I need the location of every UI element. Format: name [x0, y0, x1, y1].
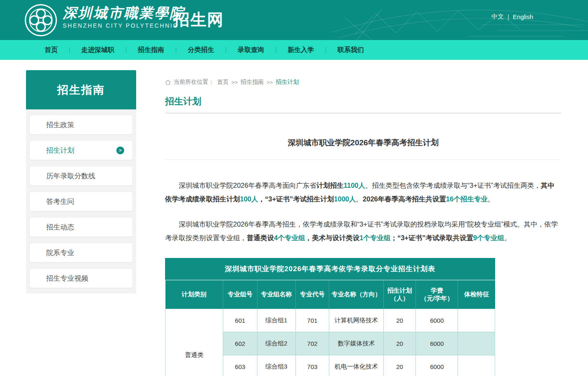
table-cell: 601 — [223, 309, 257, 332]
table-cell: 综合组3 — [257, 355, 295, 376]
table-cell: 603 — [223, 355, 257, 376]
sidebar: 招生指南 招生政策招生计划>历年录取分数线答考生问招生动态院系专业招生专业视频 — [26, 70, 136, 293]
nav-item-5[interactable]: 新生入学 — [276, 46, 326, 54]
sidebar-item-2[interactable]: 历年录取分数线 — [29, 166, 133, 186]
article-paragraph-0: 深圳城市职业学院2026年春季高考面向广东省计划招生1100人。招生类型包含依学… — [165, 179, 561, 206]
table-cell: 综合组1 — [257, 309, 295, 332]
table-cell: 602 — [223, 332, 257, 355]
nav-item-2[interactable]: 招生指南 — [126, 46, 176, 54]
sidebar-item-1[interactable]: 招生计划> — [29, 140, 133, 160]
table-cell: 6000 — [416, 355, 458, 376]
nav-item-4[interactable]: 录取查询 — [226, 46, 276, 54]
school-name-en: SHENZHEN CITY POLYTECHNIC — [63, 22, 185, 29]
column-header-4: 专业名称（方向） — [329, 280, 384, 309]
plan-table-title: 深圳城市职业学院2026年春季高考依学考录取分专业招生计划表 — [165, 258, 495, 280]
table-cell: 20 — [383, 332, 416, 355]
lang-separator: | — [508, 13, 509, 20]
table-cell: 20 — [383, 309, 416, 332]
table-cell: 数字媒体技术 — [329, 332, 384, 355]
column-header-7: 体检特征 — [458, 280, 495, 309]
breadcrumb-link-1[interactable]: 招生指南 — [241, 78, 264, 86]
column-header-2: 专业组名称 — [257, 280, 295, 309]
breadcrumb-separator: >> — [231, 79, 238, 85]
content: 招生指南 招生政策招生计划>历年录取分数线答考生问招生动态院系专业招生专业视频 … — [0, 60, 588, 376]
table-cell — [458, 355, 495, 376]
table-cell — [458, 309, 495, 332]
school-logo — [24, 3, 58, 37]
article-title: 深圳城市职业学院2026年春季高考招生计划 — [165, 114, 561, 160]
lang-zh-link[interactable]: 中文 — [491, 13, 504, 21]
breadcrumb-prefix: 当前所在位置： — [174, 78, 214, 86]
breadcrumb-link-0[interactable]: 首页 — [217, 78, 229, 86]
lang-en-link[interactable]: English — [513, 13, 533, 20]
column-header-0: 计划类别 — [165, 280, 223, 309]
chevron-right-icon: > — [116, 147, 124, 154]
sidebar-item-4[interactable]: 招生动态 — [29, 217, 133, 237]
home-icon — [165, 80, 171, 85]
nav-item-0[interactable]: 首页 — [33, 46, 69, 54]
article-body: 深圳城市职业学院2026年春季高考面向广东省计划招生1100人。招生类型包含依学… — [165, 179, 561, 245]
site-name: 招生网 — [173, 9, 224, 31]
column-header-5: 招生计划 （人） — [383, 280, 416, 309]
column-header-1: 专业组号 — [223, 280, 257, 309]
article-paragraph-1: 深圳城市职业学院2026年春季高考招生，依学考成绩录取和“3+证书”考试录取的投… — [165, 218, 561, 245]
table-cell: 20 — [383, 355, 416, 376]
column-header-3: 专业代号 — [295, 280, 329, 309]
table-cell: 6000 — [416, 332, 458, 355]
page-title: 招生计划 — [165, 96, 561, 107]
table-cell: 703 — [295, 355, 329, 376]
nav-item-3[interactable]: 分类招生 — [176, 46, 226, 54]
school-name-block: 深圳城市職業學院 SHENZHEN CITY POLYTECHNIC — [63, 5, 185, 29]
sidebar-item-5[interactable]: 院系专业 — [29, 243, 133, 262]
plan-table-header: 计划类别专业组号专业组名称专业代号专业名称（方向）招生计划 （人）学费 （元/学… — [165, 280, 495, 309]
sidebar-menu: 招生政策招生计划>历年录取分数线答考生问招生动态院系专业招生专业视频 — [26, 109, 136, 293]
main-nav: 首页走进深城职招生指南分类招生录取查询新生入学联系我们 — [0, 40, 588, 60]
sidebar-item-6[interactable]: 招生专业视频 — [29, 268, 133, 288]
breadcrumb-separator: >> — [267, 79, 273, 85]
table-cell — [458, 332, 495, 355]
table-cell: 702 — [295, 332, 329, 355]
category-cell: 普通类 — [165, 309, 223, 376]
table-cell: 计算机网络技术 — [329, 309, 384, 332]
breadcrumb-link-2[interactable]: 招生计划 — [276, 78, 299, 86]
table-cell: 6000 — [416, 309, 458, 332]
sidebar-item-0[interactable]: 招生政策 — [29, 115, 133, 135]
nav-item-1[interactable]: 走进深城职 — [70, 46, 126, 54]
table-cell: 701 — [295, 309, 329, 332]
table-cell: 机电一体化技术 — [329, 355, 384, 376]
breadcrumb: 当前所在位置： 首页>>招生指南>>招生计划 — [165, 78, 561, 86]
column-header-6: 学费 （元/学年） — [416, 280, 458, 309]
sidebar-title: 招生指南 — [26, 70, 136, 109]
school-name-zh: 深圳城市職業學院 — [63, 5, 185, 21]
language-switcher: 中文 | English — [491, 13, 533, 21]
building-line-art — [332, 0, 588, 40]
plan-table: 计划类别专业组号专业组名称专业代号专业名称（方向）招生计划 （人）学费 （元/学… — [165, 280, 495, 376]
table-cell: 综合组2 — [257, 332, 295, 355]
nav-list: 首页走进深城职招生指南分类招生录取查询新生入学联系我们 — [33, 46, 375, 54]
site-header: 深圳城市職業學院 SHENZHEN CITY POLYTECHNIC 招生网 中… — [0, 0, 588, 40]
main-column: 当前所在位置： 首页>>招生指南>>招生计划 招生计划 深圳城市职业学院2026… — [165, 70, 561, 376]
nav-item-6[interactable]: 联系我们 — [326, 46, 375, 54]
sidebar-item-3[interactable]: 答考生问 — [29, 192, 133, 211]
table-row-0: 普通类601综合组1701计算机网络技术206000 — [165, 309, 495, 332]
plan-table-body: 普通类601综合组1701计算机网络技术206000602综合组2702数字媒体… — [165, 309, 495, 376]
plan-table-wrap: 深圳城市职业学院2026年春季高考依学考录取分专业招生计划表 计划类别专业组号专… — [165, 258, 495, 376]
